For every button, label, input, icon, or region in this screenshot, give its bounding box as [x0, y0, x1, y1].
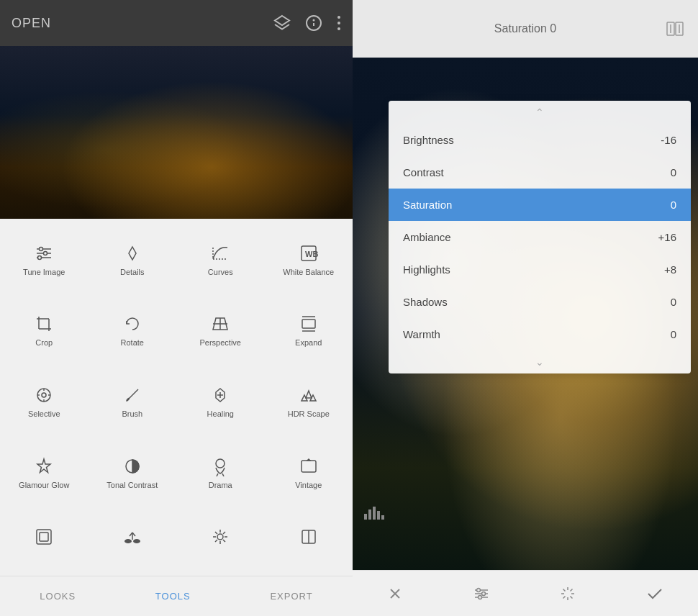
tool-looks2[interactable]: [89, 509, 177, 570]
shadows-label: Shadows: [403, 296, 448, 308]
glamour-glow-label: Glamour Glow: [19, 481, 69, 490]
adjustment-brightness[interactable]: Brightness -16: [389, 124, 691, 156]
tune-image-label: Tune Image: [23, 268, 65, 277]
tool-curves[interactable]: Curves: [176, 225, 265, 296]
saturation-value: 0: [671, 199, 676, 211]
tool-glamour-glow[interactable]: Glamour Glow: [0, 438, 89, 509]
svg-marker-13: [129, 247, 136, 260]
adjustment-warmth[interactable]: Warmth 0: [389, 318, 691, 350]
tool-rotate[interactable]: Rotate: [89, 296, 177, 367]
tool-healing[interactable]: Healing: [176, 366, 265, 438]
perspective-icon: [210, 314, 230, 334]
tool-looks4[interactable]: [265, 509, 353, 570]
tool-vintage[interactable]: Vintage: [265, 438, 353, 509]
highlights-value: +8: [664, 263, 676, 276]
bottom-nav: LOOKS TOOLS EXPORT: [0, 576, 353, 616]
ambiance-value: +16: [658, 231, 676, 243]
expand-label: Expand: [295, 338, 322, 348]
adjustment-saturation[interactable]: Saturation 0: [389, 189, 691, 221]
svg-rect-70: [364, 514, 367, 520]
contrast-label: Contrast: [403, 166, 444, 178]
tool-crop[interactable]: Crop: [0, 296, 89, 367]
adjustment-shadows[interactable]: Shadows 0: [389, 286, 691, 318]
white-balance-label: White Balance: [283, 268, 334, 277]
tool-details[interactable]: Details: [89, 225, 177, 296]
svg-line-62: [223, 532, 225, 534]
svg-line-45: [222, 474, 224, 476]
svg-line-61: [223, 540, 225, 542]
crop-icon: [34, 314, 54, 334]
svg-line-90: [563, 596, 566, 598]
tool-brush[interactable]: Brush: [89, 366, 177, 438]
white-balance-icon: WB: [299, 243, 319, 263]
top-icons: [273, 14, 341, 32]
looks1-icon: [34, 527, 54, 547]
svg-rect-74: [381, 515, 384, 520]
svg-point-55: [217, 534, 223, 540]
open-label[interactable]: OPEN: [12, 16, 51, 31]
tool-white-balance[interactable]: WB White Balance: [265, 225, 353, 296]
tune-image-icon: [34, 243, 54, 263]
layers-icon[interactable]: [273, 14, 291, 32]
vintage-label: Vintage: [295, 481, 322, 490]
svg-rect-46: [302, 461, 316, 472]
svg-marker-41: [37, 459, 50, 473]
svg-line-63: [215, 540, 217, 542]
adjustment-contrast[interactable]: Contrast 0: [389, 156, 691, 189]
svg-marker-47: [307, 459, 310, 461]
histogram-icon[interactable]: [364, 504, 384, 520]
svg-line-60: [215, 532, 217, 534]
rotate-icon: [122, 314, 142, 334]
rotate-label: Rotate: [121, 338, 144, 348]
details-icon: [122, 243, 142, 263]
nav-export[interactable]: EXPORT: [255, 585, 327, 607]
tool-hdr-scape[interactable]: HDR Scape: [265, 366, 353, 438]
ambiance-label: Ambiance: [403, 231, 451, 243]
adjustments-dropdown: ⌃ Brightness -16 Contrast 0 Saturation 0…: [389, 101, 691, 373]
tool-perspective[interactable]: Perspective: [176, 296, 265, 367]
warmth-value: 0: [671, 328, 676, 340]
left-panel: OPEN: [0, 0, 353, 616]
svg-point-43: [216, 459, 225, 468]
svg-rect-73: [377, 511, 380, 520]
expand-icon: [299, 314, 319, 334]
tool-tune-image[interactable]: Tune Image: [0, 225, 89, 296]
chevron-up-icon[interactable]: ⌃: [389, 101, 691, 124]
tonal-contrast-label: Tonal Contrast: [106, 481, 158, 490]
svg-point-81: [481, 592, 485, 595]
brightness-label: Brightness: [403, 134, 454, 146]
svg-point-80: [476, 588, 480, 592]
svg-rect-25: [302, 320, 315, 328]
adjustment-ambiance[interactable]: Ambiance +16: [389, 221, 691, 253]
cancel-button[interactable]: [379, 578, 411, 610]
svg-rect-48: [37, 530, 51, 544]
curves-label: Curves: [208, 268, 233, 277]
tool-drama[interactable]: Drama: [176, 438, 265, 509]
more-icon[interactable]: [337, 14, 341, 32]
chevron-down-icon[interactable]: ⌄: [389, 350, 691, 373]
svg-point-4: [337, 16, 340, 19]
nav-looks[interactable]: LOOKS: [25, 585, 90, 607]
confirm-button[interactable]: [638, 579, 671, 609]
tool-selective[interactable]: Selective: [0, 366, 89, 438]
drama-label: Drama: [209, 481, 232, 490]
info-icon[interactable]: [305, 14, 322, 32]
split-view-icon[interactable]: [666, 22, 684, 36]
nav-tools[interactable]: TOOLS: [141, 585, 205, 607]
svg-point-12: [38, 255, 42, 259]
svg-marker-38: [306, 391, 312, 398]
adjustment-highlights[interactable]: Highlights +8: [389, 253, 691, 286]
right-header: Saturation 0: [353, 0, 698, 58]
sliders-button[interactable]: [465, 578, 498, 610]
curves-icon: [210, 243, 230, 263]
tool-tonal-contrast[interactable]: Tonal Contrast: [89, 438, 177, 509]
svg-point-51: [133, 539, 140, 543]
highlights-label: Highlights: [403, 263, 450, 276]
details-label: Details: [120, 268, 145, 277]
tool-looks3[interactable]: [176, 509, 265, 570]
tool-expand[interactable]: Expand: [265, 296, 353, 367]
svg-rect-72: [373, 507, 376, 520]
auto-button[interactable]: [551, 577, 584, 610]
tool-looks1[interactable]: [0, 509, 89, 570]
svg-point-10: [40, 247, 43, 250]
